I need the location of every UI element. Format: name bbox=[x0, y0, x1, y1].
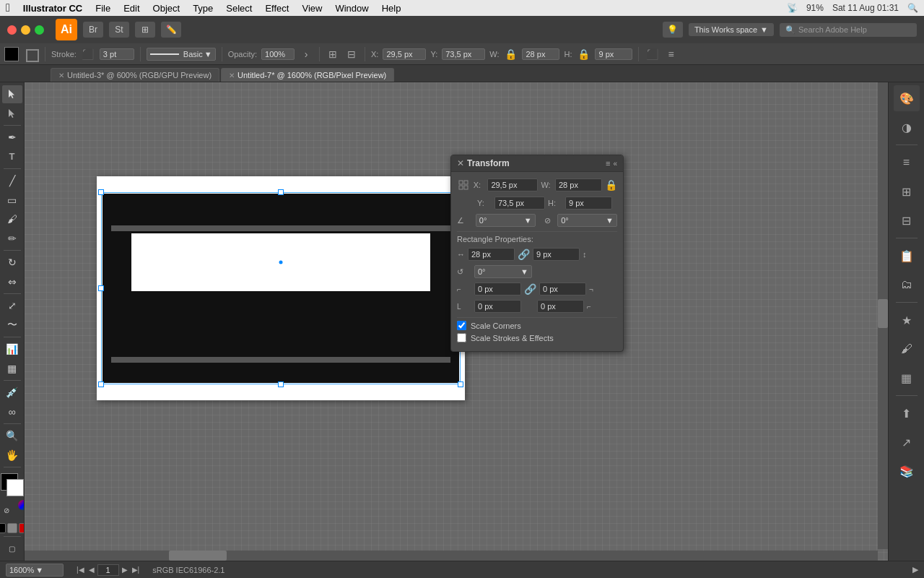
handle-tc[interactable] bbox=[278, 189, 284, 195]
pathfinder-icon[interactable]: ⊟ bbox=[344, 48, 359, 60]
background-color[interactable] bbox=[6, 479, 24, 496]
x-input[interactable] bbox=[383, 48, 426, 60]
arrange2-icon[interactable]: ≡ bbox=[663, 48, 678, 60]
export-panel-btn[interactable]: ⬆ bbox=[894, 400, 920, 426]
paintbrush-tool[interactable]: 🖌 bbox=[2, 210, 22, 228]
handle-ml[interactable] bbox=[98, 285, 104, 291]
brushes-panel-btn[interactable]: 🖌 bbox=[894, 336, 920, 362]
search-bar[interactable]: 🔍 Search Adobe Help bbox=[780, 23, 917, 37]
warp-tool[interactable]: 〜 bbox=[2, 316, 22, 335]
app-menu-illustrator[interactable]: Illustrator CC bbox=[17, 1, 88, 15]
tl-corner-input[interactable] bbox=[474, 282, 521, 296]
handle-tl[interactable] bbox=[98, 189, 104, 195]
hand-tool[interactable]: 🖐 bbox=[2, 446, 22, 464]
line-tool[interactable]: ╱ bbox=[2, 172, 22, 190]
align-icon[interactable]: ⊞ bbox=[326, 48, 340, 60]
artboards-panel-btn[interactable]: 🗂 bbox=[894, 272, 920, 298]
pen-icon[interactable]: ✏️ bbox=[161, 22, 181, 38]
prev-page-button[interactable]: ◀ bbox=[87, 566, 96, 574]
menu-effect[interactable]: Effect bbox=[259, 1, 295, 15]
eyedropper-tool[interactable]: 💉 bbox=[2, 384, 22, 402]
chain-link-icon[interactable]: 🔗 bbox=[518, 249, 530, 260]
canvas-area[interactable]: ✕ Transform ≡ « X: W: bbox=[25, 82, 888, 561]
stroke-value-input[interactable] bbox=[100, 48, 134, 60]
rotate-dropdown[interactable]: 0° ▼ bbox=[476, 214, 536, 227]
menu-help[interactable]: Help bbox=[376, 1, 407, 15]
red-fill[interactable] bbox=[19, 523, 25, 533]
h-input[interactable] bbox=[595, 48, 632, 60]
scale-tool[interactable]: ⤢ bbox=[2, 297, 22, 315]
transform-x-input[interactable] bbox=[487, 178, 538, 191]
transform-h-input[interactable] bbox=[565, 197, 612, 210]
menu-window[interactable]: Window bbox=[329, 1, 374, 15]
scale-corners-label[interactable]: Scale Corners bbox=[471, 322, 521, 330]
menu-select[interactable]: Select bbox=[220, 1, 258, 15]
hscroll-thumb[interactable] bbox=[169, 551, 227, 561]
menu-view[interactable]: View bbox=[296, 1, 328, 15]
opacity-arrow[interactable]: › bbox=[299, 48, 313, 60]
minimize-button[interactable] bbox=[21, 25, 30, 35]
stroke-stroke-swatch[interactable] bbox=[23, 46, 39, 62]
handle-bl[interactable] bbox=[98, 381, 104, 387]
fill-swatch[interactable] bbox=[4, 47, 19, 61]
arrange-align-icon[interactable]: ⬛ bbox=[645, 48, 659, 60]
gradient-tool[interactable]: ▦ bbox=[2, 359, 22, 377]
symbols-panel-btn[interactable]: ★ bbox=[894, 307, 920, 333]
vertical-scrollbar[interactable] bbox=[878, 82, 888, 549]
vscroll-thumb[interactable] bbox=[878, 299, 888, 328]
swatches-panel-btn[interactable]: ▦ bbox=[894, 365, 920, 391]
rect-h-input[interactable] bbox=[533, 248, 580, 261]
shear-dropdown[interactable]: 0° ▼ bbox=[557, 214, 617, 227]
blend-tool[interactable]: ∞ bbox=[2, 402, 22, 420]
none-fill[interactable]: ⊘ bbox=[0, 500, 17, 520]
tab-close-1[interactable]: ✕ bbox=[58, 72, 64, 79]
search-menu-icon[interactable]: 🔍 bbox=[907, 3, 918, 13]
transform-y-input[interactable] bbox=[494, 197, 545, 210]
panel-menu-button[interactable]: ≡ bbox=[606, 159, 610, 168]
share-panel-btn[interactable]: ↗ bbox=[894, 429, 920, 455]
reflect-tool[interactable]: ⇔ bbox=[2, 273, 22, 291]
style-dropdown[interactable]: Basic ▼ bbox=[147, 48, 216, 61]
pathfinder-panel-btn[interactable]: ⊟ bbox=[894, 207, 920, 233]
menu-object[interactable]: Object bbox=[147, 1, 186, 15]
y-input[interactable] bbox=[442, 48, 485, 60]
opacity-input[interactable] bbox=[261, 48, 295, 60]
first-page-button[interactable]: |◀ bbox=[75, 566, 86, 574]
scale-corners-checkbox[interactable] bbox=[457, 321, 466, 330]
close-button[interactable] bbox=[7, 25, 17, 35]
lightbulb-icon[interactable]: 💡 bbox=[663, 22, 683, 38]
zoom-tool[interactable]: 🔍 bbox=[2, 427, 22, 445]
transform-w-input[interactable] bbox=[555, 178, 602, 191]
menu-file[interactable]: File bbox=[90, 1, 116, 15]
play-button[interactable]: ▶ bbox=[912, 565, 918, 574]
pen-tool[interactable]: ✒ bbox=[2, 129, 22, 147]
panel-close-button[interactable]: ✕ bbox=[457, 158, 464, 168]
menu-type[interactable]: Type bbox=[187, 1, 219, 15]
br-corner-input[interactable] bbox=[537, 300, 584, 313]
bl-corner-input[interactable] bbox=[474, 300, 521, 313]
maximize-button[interactable] bbox=[35, 25, 44, 35]
white-fill[interactable] bbox=[7, 523, 17, 533]
handle-br[interactable] bbox=[458, 381, 463, 387]
tab-close-2[interactable]: ✕ bbox=[229, 72, 235, 79]
graph-tool[interactable]: 📊 bbox=[2, 340, 22, 358]
horizontal-scrollbar[interactable] bbox=[25, 551, 878, 561]
apple-menu[interactable]:  bbox=[6, 1, 10, 14]
workspace-selector[interactable]: This Works space ▼ bbox=[689, 23, 774, 36]
bridge-icon[interactable]: Br bbox=[83, 22, 103, 38]
type-tool[interactable]: T bbox=[2, 148, 22, 166]
color-panel-btn[interactable]: 🎨 bbox=[894, 85, 920, 111]
tr-corner-input[interactable] bbox=[539, 282, 586, 296]
constraint2-icon[interactable]: 🔒 bbox=[576, 48, 590, 60]
align-panel-btn[interactable]: ≡ bbox=[894, 150, 920, 176]
rotate-tool[interactable]: ↻ bbox=[2, 254, 22, 272]
artboard-tool[interactable]: ▢ bbox=[2, 540, 22, 558]
rect-w-input[interactable] bbox=[468, 248, 515, 261]
rect-tool[interactable]: ▭ bbox=[2, 191, 22, 209]
handle-bc[interactable] bbox=[278, 381, 284, 387]
color-mode[interactable] bbox=[18, 500, 25, 510]
next-page-button[interactable]: ▶ bbox=[121, 566, 129, 574]
page-input[interactable] bbox=[97, 564, 119, 576]
zoom-dropdown[interactable]: 1600% ▼ bbox=[6, 564, 64, 577]
last-page-button[interactable]: ▶| bbox=[131, 566, 141, 574]
